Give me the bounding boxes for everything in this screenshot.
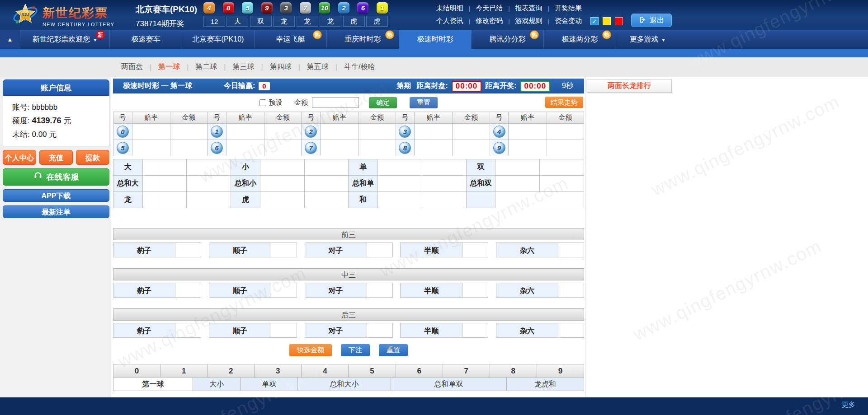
preset-checkbox[interactable]: [259, 99, 266, 106]
link-unsettled[interactable]: 未结明细: [436, 4, 463, 13]
link-reports[interactable]: 报表查询: [515, 4, 542, 13]
reset-button[interactable]: 重置: [410, 97, 438, 108]
bet-misc-six[interactable]: 杂六: [496, 323, 558, 338]
odds-cell[interactable]: [142, 192, 187, 208]
collapse-nav-button[interactable]: ▲: [0, 30, 20, 49]
nav-tab-more-games[interactable]: 更多游戏▼: [616, 30, 679, 49]
bet-misc-six[interactable]: 杂六: [496, 283, 558, 298]
bet-pair[interactable]: 对子: [305, 283, 367, 298]
bet-half-straight[interactable]: 半顺: [400, 283, 462, 298]
odds-cell[interactable]: [142, 176, 187, 192]
bet-tiger[interactable]: 虎: [231, 192, 260, 208]
nav-tab-speed-2min[interactable]: 极速两分彩 热: [543, 30, 616, 49]
summary-tab-sum-bigsmall[interactable]: 总和大小: [298, 378, 391, 391]
amount-cell[interactable]: [170, 124, 207, 140]
subnav-ball2[interactable]: 第二球: [195, 62, 217, 72]
amount-cell[interactable]: [271, 323, 297, 338]
amount-cell[interactable]: [187, 192, 231, 208]
nav-tab-beijing-pk10[interactable]: 北京赛车(PK10): [182, 30, 254, 49]
subnav-bullfight[interactable]: 斗牛/梭哈: [344, 62, 375, 72]
confirm-button[interactable]: 确定: [369, 97, 397, 108]
summary-tab-ball1-active[interactable]: 第一球: [113, 378, 193, 391]
bet-misc-six[interactable]: 杂六: [496, 242, 558, 257]
amount-cell[interactable]: [453, 140, 490, 156]
bet-sum-odd[interactable]: 总和单: [349, 176, 378, 192]
result-trend-button[interactable]: 结果走势: [545, 97, 583, 108]
place-bet-button[interactable]: 下注: [341, 344, 370, 356]
theme-yellow[interactable]: [603, 17, 611, 25]
bet-sum-even[interactable]: 总和双: [466, 176, 495, 192]
amount-cell[interactable]: [422, 192, 466, 208]
amount-cell[interactable]: [304, 192, 349, 208]
subnav-two-sides[interactable]: 两面盘: [121, 62, 143, 72]
odds-cell[interactable]: [415, 124, 453, 140]
link-draw-results[interactable]: 开奖结果: [555, 4, 582, 13]
bet-straight[interactable]: 顺子: [209, 283, 271, 298]
subnav-ball3[interactable]: 第三球: [232, 62, 254, 72]
odds-cell[interactable]: [509, 124, 547, 140]
nav-tab-speed-racing[interactable]: 极速赛车: [109, 30, 182, 49]
odds-cell[interactable]: [509, 140, 547, 156]
bet-pair[interactable]: 对子: [305, 323, 367, 338]
more-link[interactable]: 更多: [842, 401, 855, 409]
summary-tab-dragontigertie[interactable]: 龙虎和: [507, 378, 584, 391]
amount-cell[interactable]: [558, 242, 584, 257]
quick-amount-button[interactable]: 快选金额: [289, 344, 332, 356]
subnav-ball5[interactable]: 第五球: [307, 62, 329, 72]
odds-cell[interactable]: [320, 140, 358, 156]
odds-cell[interactable]: [260, 192, 304, 208]
two-sides-streak-ranking-button[interactable]: 两面长龙排行: [587, 79, 672, 93]
bet-leopard[interactable]: 豹子: [113, 283, 175, 298]
amount-cell[interactable]: [359, 140, 396, 156]
amount-cell[interactable]: [558, 323, 584, 338]
bet-leopard[interactable]: 豹子: [113, 242, 175, 257]
odds-cell[interactable]: [260, 176, 304, 192]
amount-cell[interactable]: [540, 159, 584, 176]
amount-cell[interactable]: [540, 176, 584, 192]
amount-cell[interactable]: [187, 159, 231, 176]
link-fund-changes[interactable]: 资金变动: [555, 17, 582, 25]
odds-cell[interactable]: [142, 159, 187, 176]
app-download-button[interactable]: APP下载: [3, 189, 109, 202]
nav-tab-welcome[interactable]: 新世纪彩票欢迎您▼ 新: [20, 30, 109, 49]
summary-tab-sum-oddeven[interactable]: 总和单双: [391, 378, 507, 391]
amount-cell[interactable]: [271, 242, 297, 257]
bet-tie[interactable]: 和: [349, 192, 378, 208]
summary-tab-bigsmall[interactable]: 大小: [193, 378, 241, 391]
odds-cell[interactable]: [377, 192, 422, 208]
amount-cell[interactable]: [367, 242, 393, 257]
theme-blue-checked[interactable]: ✓: [590, 17, 599, 25]
bet-sum-small[interactable]: 总和小: [231, 176, 260, 192]
summary-tab-oddeven[interactable]: 单双: [241, 378, 298, 391]
amount-cell[interactable]: [367, 323, 393, 338]
bet-small[interactable]: 小: [231, 159, 260, 176]
odds-cell[interactable]: [495, 159, 540, 176]
theme-red[interactable]: [615, 17, 623, 25]
link-profile[interactable]: 个人资讯: [436, 17, 463, 25]
bet-pair[interactable]: 对子: [305, 242, 367, 257]
amount-cell[interactable]: [175, 323, 201, 338]
logout-button[interactable]: 退出: [631, 14, 672, 27]
amount-cell[interactable]: [264, 140, 302, 156]
amount-cell[interactable]: [187, 176, 231, 192]
odds-cell[interactable]: [226, 140, 264, 156]
link-game-rules[interactable]: 游戏规则: [515, 17, 542, 25]
amount-cell[interactable]: [453, 124, 490, 140]
amount-cell[interactable]: [264, 124, 302, 140]
amount-cell[interactable]: [547, 140, 584, 156]
amount-cell[interactable]: [422, 176, 466, 192]
odds-cell[interactable]: [320, 124, 358, 140]
subnav-ball1-active[interactable]: 第一球: [158, 62, 180, 72]
nav-tab-chongqing-ssc[interactable]: 重庆时时彩 热: [326, 30, 399, 49]
link-settled-today[interactable]: 今天已结: [476, 4, 503, 13]
amount-cell[interactable]: [304, 159, 349, 176]
amount-cell[interactable]: [367, 283, 393, 298]
amount-cell[interactable]: [462, 323, 488, 338]
odds-cell[interactable]: [495, 176, 540, 192]
bet-dragon[interactable]: 龙: [113, 192, 143, 208]
amount-cell[interactable]: [462, 283, 488, 298]
amount-cell[interactable]: [558, 283, 584, 298]
bet-big[interactable]: 大: [113, 159, 143, 176]
amount-cell[interactable]: [304, 176, 349, 192]
latest-orders-button[interactable]: 最新注单: [3, 205, 109, 218]
